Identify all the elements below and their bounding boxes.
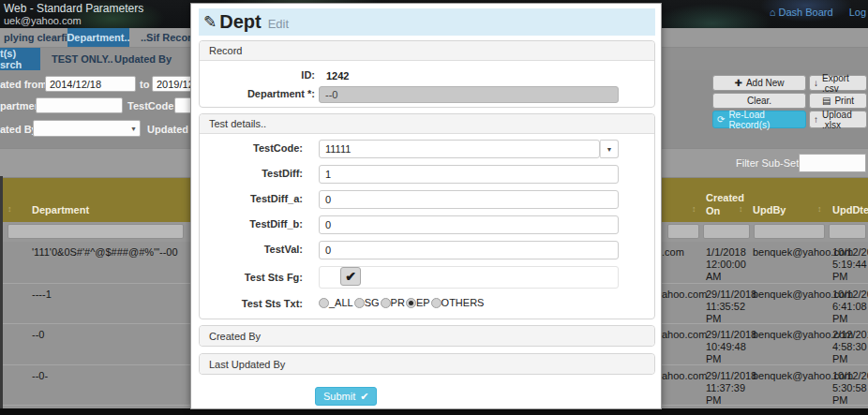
cell-department: --0 — [32, 329, 44, 341]
cell-department: --0- — [32, 370, 48, 382]
testval-label: TestVal: — [181, 244, 303, 255]
dashboard-link[interactable]: ⌂ Dash Board — [770, 7, 833, 18]
export-csv-button[interactable]: ↓Export .csv — [809, 75, 867, 91]
add-new-button[interactable]: ✚Add New — [712, 75, 806, 91]
test-details-panel-header[interactable]: Test details.. — [200, 114, 654, 134]
sort-icon[interactable]: ↕ — [817, 204, 822, 214]
cell-upddte: 2/12/2018 4:58:30 PM — [832, 329, 868, 365]
cell-crtby: ahoo.com — [662, 370, 699, 382]
department-filter-input[interactable] — [36, 97, 123, 113]
record-panel: Record ID: 1242 Department *: — [199, 40, 655, 108]
left-edge-divider — [0, 176, 3, 415]
last-updated-by-panel: Last Updated By — [199, 353, 655, 375]
last-updated-by-panel-header[interactable]: Last Updated By — [200, 354, 654, 374]
col-upddte[interactable]: UpdDte — [832, 204, 868, 215]
testval-input[interactable] — [319, 241, 619, 259]
col-department[interactable]: Department — [32, 204, 89, 215]
test-sts-txt-label: Test Sts Txt: — [181, 298, 303, 309]
plus-icon: ✚ — [735, 78, 742, 88]
export-icon: ↓ — [814, 78, 818, 88]
radio-ep[interactable] — [406, 298, 416, 308]
test-sts-txt-radios: _ALL SG PR EP OTHERS — [319, 297, 485, 308]
cell-updby: benquek@yahoo.com — [753, 329, 828, 341]
user-email: uek@yahoo.com — [4, 15, 82, 26]
department-label: Department *: — [193, 88, 315, 99]
bottom-bar — [0, 408, 868, 415]
col-updby[interactable]: UpdBy — [753, 204, 786, 215]
testdiff-label: TestDiff: — [181, 168, 303, 179]
radio-sg[interactable] — [354, 298, 365, 308]
radio-all[interactable] — [319, 298, 329, 308]
radio-pr[interactable] — [381, 298, 391, 308]
reload-records-button[interactable]: ⟳Re-Load Record(s) — [712, 111, 806, 128]
upload-icon: ↑ — [814, 114, 818, 125]
record-panel-header[interactable]: Record — [200, 41, 654, 61]
cell-department: '111'0&0S#'#^@$###@#%'"--00 — [32, 246, 178, 259]
cell-crtby: ahoo.com — [662, 289, 699, 301]
testcode-label: TestCode: — [181, 142, 303, 154]
chevron-down-icon[interactable]: ▼ — [600, 140, 619, 158]
date-from-input[interactable] — [45, 76, 136, 92]
filter-subset-input[interactable] — [799, 154, 866, 172]
cell-upddte: 10/12/20 5:19:44 PM — [832, 246, 868, 283]
pencil-icon: ✎ — [203, 12, 217, 32]
sort-icon[interactable]: ↕ — [739, 204, 743, 214]
tab-updated-by[interactable]: Updated By — [114, 53, 172, 65]
cell-updby: benquek@yahoo.com — [753, 370, 828, 382]
modal-header: ✎ Dept Edit — [199, 8, 655, 36]
submit-button[interactable]: Submit ✔ — [315, 387, 377, 406]
chevron-down-icon: ▼ — [130, 126, 137, 132]
dept-edit-modal: ✎ Dept Edit Record ID: 1242 Department *… — [190, 3, 662, 409]
test-sts-fg-checkbox[interactable]: ✔ — [340, 267, 361, 286]
tab-records-search[interactable]: t(s) srch — [0, 48, 40, 70]
check-icon: ✔ — [360, 391, 368, 403]
test-sts-fg-label: Test Sts Fg: — [181, 272, 303, 283]
cell-created-on: 1/1/2018 12:00:00 AM — [706, 246, 755, 283]
modal-subtitle: Edit — [268, 17, 289, 31]
upload-xlsx-button[interactable]: ↑Upload .xlsx — [809, 111, 867, 128]
date-from-label: ated from: — [0, 79, 51, 90]
testcode-combo-input[interactable] — [319, 140, 600, 158]
testdiff-a-label: TestDiff_a: — [181, 193, 303, 204]
print-icon: ▤ — [822, 96, 831, 106]
created-on-column-filter[interactable] — [703, 224, 750, 239]
cell-updby: benquek@yahoo.com — [753, 289, 828, 301]
sort-icon[interactable]: ↕ — [7, 204, 12, 214]
cell-crtby: ahoo.com — [662, 329, 699, 341]
dashboard-icon: ⌂ — [770, 7, 776, 18]
testdiff-b-label: TestDiff_b: — [181, 218, 303, 230]
app-title: Web - Standard Parameters — [4, 2, 143, 15]
test-details-panel: Test details.. TestCode: ▼ TestDiff: Tes… — [199, 113, 655, 319]
modal-title: Dept — [219, 11, 261, 33]
cell-upddte: 10/12/20 5:30:58 PM — [832, 370, 868, 407]
testdiff-a-input[interactable] — [319, 190, 619, 209]
sort-icon[interactable]: ↕ — [692, 204, 696, 214]
department-column-filter[interactable] — [7, 224, 184, 239]
cell-crtby: .com — [662, 246, 699, 259]
testdiff-b-input[interactable] — [319, 215, 619, 234]
updated-by-select[interactable]: ▼ — [33, 120, 141, 137]
test-sts-fg-field — [319, 266, 619, 289]
crtby-column-filter[interactable] — [667, 224, 699, 239]
cell-updby: benquek@yahoo.com — [753, 246, 828, 259]
created-by-panel-header[interactable]: Created By — [200, 326, 654, 346]
testcode-filter-label: TestCode: — [127, 100, 177, 111]
id-value: 1242 — [326, 70, 349, 82]
print-button[interactable]: ▤Print — [809, 93, 867, 109]
check-icon: ✔ — [345, 269, 356, 284]
log-link[interactable]: Log — [849, 7, 866, 18]
upddte-column-filter[interactable] — [829, 224, 866, 239]
to-label: to — [140, 79, 149, 90]
radio-others[interactable] — [431, 298, 441, 308]
id-label: ID: — [193, 69, 315, 81]
tab-plying-clearfix[interactable]: plying clearfix — [4, 32, 73, 43]
testdiff-input[interactable] — [319, 165, 619, 184]
clear-button[interactable]: Clear. — [712, 93, 806, 109]
reload-icon: ⟳ — [717, 114, 725, 125]
cell-upddte: 10/12/20 6:41:08 PM — [832, 289, 868, 325]
created-by-panel: Created By — [199, 325, 655, 347]
cell-department: ----1 — [32, 289, 52, 301]
tab-department[interactable]: Department.. — [67, 28, 129, 47]
updby-column-filter[interactable] — [754, 224, 825, 239]
tab-test-only[interactable]: TEST ONLY.. — [52, 53, 113, 65]
